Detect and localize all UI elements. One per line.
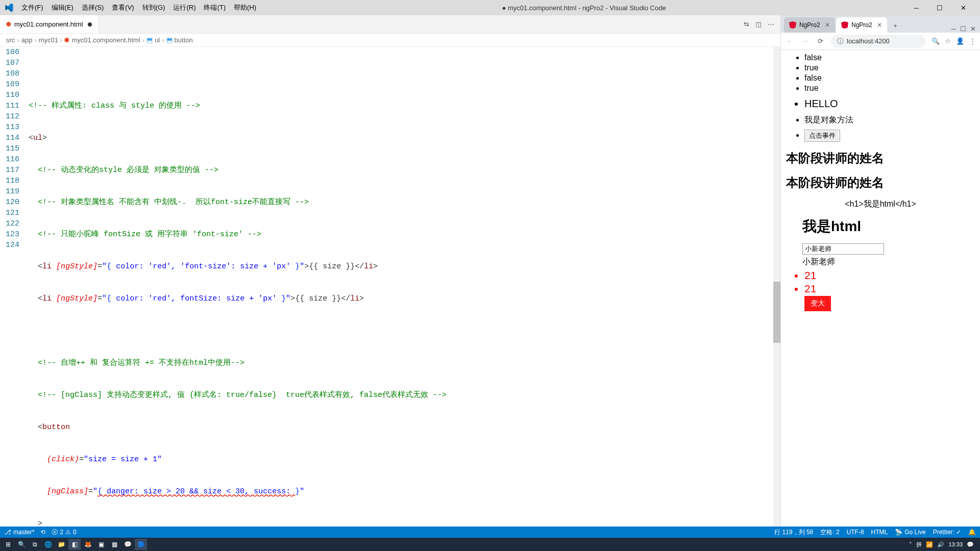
reload-icon[interactable]: ⟳ xyxy=(816,37,825,45)
breadcrumb-ul[interactable]: ⬒ul xyxy=(146,36,160,44)
git-branch[interactable]: ⎇ master* xyxy=(4,529,34,536)
breadcrumb-app[interactable]: app xyxy=(21,36,33,44)
bool-list: false true false true xyxy=(786,53,975,93)
url-text: localhost:4200 xyxy=(847,37,890,45)
browser-tabs: NgPro2 ✕ NgPro2 ✕ + ─ ☐ ✕ xyxy=(781,15,980,33)
profile-icon[interactable]: 👤 xyxy=(956,37,964,45)
maximize-button[interactable]: ☐ xyxy=(931,2,948,14)
forward-icon[interactable]: → xyxy=(800,37,810,45)
code-content[interactable]: <!-- 样式属性: class 与 style 的使用 --> <ul> <!… xyxy=(29,47,780,527)
indentation[interactable]: 空格: 2 xyxy=(820,528,839,537)
diff-icon[interactable]: ⇆ xyxy=(744,20,749,28)
minimap-slider[interactable] xyxy=(773,282,780,343)
tray-chevron-icon[interactable]: ˄ xyxy=(909,541,912,548)
search-icon[interactable]: 🔍 xyxy=(15,539,28,550)
prettier-status[interactable]: Prettier: ✓ xyxy=(933,529,961,536)
breadcrumb-src[interactable]: src xyxy=(6,36,15,44)
h1-rendered: 我是html xyxy=(802,217,975,236)
volume-icon[interactable]: 🔊 xyxy=(937,541,944,548)
tag-icon: ⬒ xyxy=(146,36,153,44)
browser-minimize[interactable]: ─ xyxy=(951,25,956,33)
language-mode[interactable]: HTML xyxy=(871,529,888,536)
encoding[interactable]: UTF-8 xyxy=(847,529,864,536)
vscode-logo-icon xyxy=(4,3,13,12)
close-icon[interactable]: ✕ xyxy=(877,21,882,29)
tab-filename: myc01.component.html xyxy=(14,20,83,28)
browser-panel: NgPro2 ✕ NgPro2 ✕ + ─ ☐ ✕ ← → ⟳ ⓘ localh… xyxy=(781,15,980,527)
minimize-button[interactable]: ─ xyxy=(908,2,925,14)
more-actions-icon[interactable]: ⋯ xyxy=(768,20,774,28)
clock[interactable]: 13:33 xyxy=(948,541,963,547)
terminal-icon[interactable]: ▣ xyxy=(95,539,107,550)
menu-run[interactable]: 运行(R) xyxy=(169,1,200,14)
info-icon: ⓘ xyxy=(837,37,844,46)
edge-icon[interactable]: 🌐 xyxy=(42,539,54,550)
breadcrumb-button[interactable]: ⬒button xyxy=(166,36,193,44)
list-item: true xyxy=(804,63,975,72)
size-item: 21 xyxy=(804,283,975,295)
search-icon[interactable]: 🔍 xyxy=(932,37,940,45)
wechat-icon[interactable]: 💬 xyxy=(121,539,134,550)
breadcrumb-file[interactable]: ⬢myc01.component.html xyxy=(64,36,140,44)
menu-edit[interactable]: 编辑(E) xyxy=(47,1,78,14)
click-event-button[interactable]: 点击事件 xyxy=(804,130,840,142)
html-file-icon: ⬢ xyxy=(64,37,69,43)
name-input[interactable] xyxy=(802,243,884,255)
chrome-icon[interactable]: 🔵 xyxy=(135,539,147,550)
address-bar[interactable]: ⓘ localhost:4200 xyxy=(831,35,925,48)
browser-maximize[interactable]: ☐ xyxy=(960,25,966,33)
window-title: ● myc01.component.html - ngPro2 - Visual… xyxy=(260,4,908,12)
notifications-icon[interactable]: 🔔 xyxy=(968,529,976,536)
name-text: 小新老师 xyxy=(802,257,975,267)
menu-file[interactable]: 文件(F) xyxy=(17,1,47,14)
cursor-position[interactable]: 行 119，列 58 xyxy=(774,528,813,537)
editor-tab-myc01[interactable]: ⬢ myc01.component.html xyxy=(0,15,99,33)
split-editor-icon[interactable]: ◫ xyxy=(755,20,762,28)
star-icon[interactable]: ☆ xyxy=(945,37,951,45)
size-item: 21 xyxy=(804,269,975,282)
ime-indicator[interactable]: 拼 xyxy=(916,541,922,548)
firefox-icon[interactable]: 🦊 xyxy=(82,539,94,550)
list-item: false xyxy=(804,73,975,83)
big-button[interactable]: 变大 xyxy=(804,296,831,311)
status-bar: ⎇ master* ⟲ ⓧ 2 ⚠ 0 行 119，列 58 空格: 2 UTF… xyxy=(0,527,980,538)
menu-selection[interactable]: 选择(S) xyxy=(78,1,108,14)
task-view-icon[interactable]: ⧉ xyxy=(29,539,41,550)
app-icon[interactable]: ▦ xyxy=(108,539,120,550)
start-button[interactable]: ⊞ xyxy=(2,539,14,550)
menu-go[interactable]: 转到(G) xyxy=(138,1,169,14)
menu-help[interactable]: 帮助(H) xyxy=(230,1,260,14)
browser-close[interactable]: ✕ xyxy=(970,25,976,33)
notification-center-icon[interactable]: 💬 xyxy=(967,541,974,548)
angular-icon xyxy=(789,21,796,29)
code-editor[interactable]: 106 107 108 109 110 111 112 113 114 115 … xyxy=(0,47,780,527)
back-icon[interactable]: ← xyxy=(785,37,794,45)
teacher-heading-1: 本阶段讲师的姓名 xyxy=(786,150,975,166)
angular-icon xyxy=(841,21,848,29)
breadcrumb-myc01[interactable]: myc01 xyxy=(39,36,58,44)
browser-viewport[interactable]: false true false true HELLO 我是对象方法 点击事件 … xyxy=(781,50,980,527)
html-file-icon: ⬢ xyxy=(6,21,11,28)
windows-taskbar: ⊞ 🔍 ⧉ 🌐 📁 ◧ 🦊 ▣ ▦ 💬 🔵 ˄ 拼 📶 🔊 13:33 💬 xyxy=(0,538,980,551)
vscode-taskbar-icon[interactable]: ◧ xyxy=(68,539,81,550)
network-icon[interactable]: 📶 xyxy=(926,541,933,548)
sync-icon[interactable]: ⟲ xyxy=(40,529,45,536)
minimap[interactable] xyxy=(773,47,780,527)
browser-tab-1[interactable]: NgPro2 ✕ xyxy=(784,17,835,33)
close-icon[interactable]: ✕ xyxy=(825,21,830,29)
list-item: true xyxy=(804,84,975,93)
go-live[interactable]: 📡 Go Live xyxy=(895,529,925,536)
new-tab-button[interactable]: + xyxy=(888,18,902,33)
menu-terminal[interactable]: 终端(T) xyxy=(200,1,230,14)
browser-toolbar: ← → ⟳ ⓘ localhost:4200 🔍 ☆ 👤 ⋮ xyxy=(781,33,980,50)
menu-icon[interactable]: ⋮ xyxy=(969,37,976,45)
hello-item: HELLO xyxy=(804,98,975,110)
browser-tab-2[interactable]: NgPro2 ✕ xyxy=(836,17,887,33)
explorer-icon[interactable]: 📁 xyxy=(55,539,67,550)
size-list: 21 21 xyxy=(786,269,975,295)
breadcrumb: src› app› myc01› ⬢myc01.component.html› … xyxy=(0,34,780,47)
line-gutter: 106 107 108 109 110 111 112 113 114 115 … xyxy=(0,47,29,527)
close-button[interactable]: ✕ xyxy=(954,2,972,14)
menu-view[interactable]: 查看(V) xyxy=(108,1,138,14)
error-count[interactable]: ⓧ 2 ⚠ 0 xyxy=(52,528,76,537)
